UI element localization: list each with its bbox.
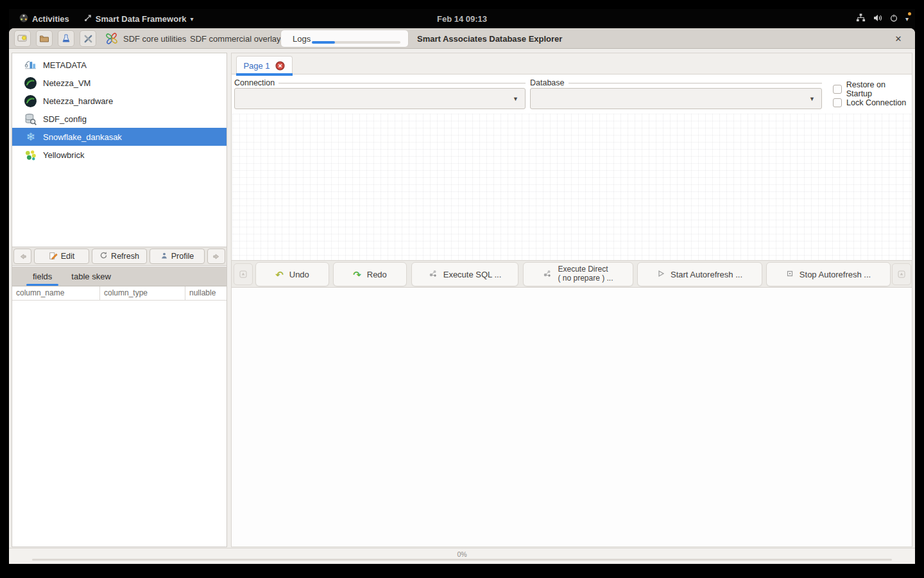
- query-grid-canvas[interactable]: [232, 114, 912, 260]
- window-toolbar: SDF core utilities SDF commercial overla…: [9, 28, 915, 49]
- lock-connection-label: Lock Connection: [846, 98, 906, 107]
- logs-progressbar: [312, 41, 400, 44]
- profile-button[interactable]: Profile: [150, 249, 205, 264]
- collapse-right-button[interactable]: [892, 263, 911, 285]
- notification-dot: [908, 12, 911, 15]
- edit-label: Edit: [61, 252, 75, 261]
- fields-table-header: column_name column_type nullable: [12, 286, 227, 301]
- list-item-sdf-config[interactable]: SDF_config: [12, 110, 227, 128]
- stop-autorefresh-button[interactable]: Stop Autorefresh ...: [766, 262, 891, 286]
- edit-button[interactable]: Edit: [34, 249, 89, 264]
- metadata-icon: [24, 58, 37, 72]
- column-header-name[interactable]: column_name: [12, 286, 100, 300]
- tab-close-icon[interactable]: [275, 60, 286, 71]
- refresh-icon: [99, 251, 108, 261]
- list-item-netezza-vm[interactable]: Netezza_VM: [12, 74, 227, 92]
- chevron-down-icon: ▼: [809, 96, 815, 102]
- window-title: Smart Associates Database Explorer: [417, 28, 562, 49]
- logs-progress-fill: [312, 41, 335, 44]
- query-panel: Page 1 Connection ▼ Database ▼: [231, 53, 912, 547]
- progress-percent-label: 0%: [457, 550, 466, 558]
- sidebar-tabs: fields table skew: [12, 267, 227, 286]
- lock-connection-checkbox[interactable]: Lock Connection: [833, 98, 906, 107]
- menu-sdf-commercial-overlay[interactable]: SDF commercial overlay: [190, 28, 281, 49]
- start-autorefresh-button[interactable]: Start Autorefresh ...: [637, 262, 762, 286]
- restore-on-startup-checkbox[interactable]: Restore on Startup: [833, 80, 912, 98]
- gnome-top-bar: Activities Smart Data Framework ▾ Feb 14…: [9, 9, 915, 28]
- action-button-strip: ↶ Undo ↷ Redo Execute SQL ... Execute Di…: [232, 260, 912, 288]
- page-tab-label: Page 1: [243, 61, 270, 71]
- connection-group: Connection ▼: [234, 78, 526, 110]
- execute-direct-button[interactable]: Execute Direct ( no prepare ) ...: [523, 262, 633, 286]
- connection-select[interactable]: ▼: [234, 88, 526, 109]
- checkbox-icon: [833, 85, 842, 94]
- app-icon: [84, 14, 92, 24]
- system-menu-caret-icon[interactable]: ▾: [905, 15, 909, 22]
- menu-sdf-core-utilities[interactable]: SDF core utilities: [123, 28, 186, 49]
- results-area[interactable]: [232, 288, 912, 547]
- power-icon[interactable]: [890, 14, 898, 24]
- database-search-icon: [24, 112, 37, 126]
- list-item-label: METADATA: [43, 60, 87, 70]
- play-icon: [657, 270, 665, 279]
- logs-button[interactable]: Logs: [280, 30, 409, 48]
- stop-autorefresh-label: Stop Autorefresh ...: [800, 270, 871, 279]
- flask-icon[interactable]: [58, 30, 74, 47]
- column-header-nullable[interactable]: nullable: [185, 286, 227, 300]
- activities-button[interactable]: Activities: [14, 9, 74, 28]
- person-icon: [160, 252, 168, 261]
- column-header-type[interactable]: column_type: [100, 286, 185, 300]
- prev-arrow-button[interactable]: [13, 249, 31, 264]
- list-item-snowflake-dankasak[interactable]: ❄ Snowflake_dankasak: [12, 128, 227, 146]
- close-icon[interactable]: ✕: [891, 28, 906, 49]
- volume-icon[interactable]: [873, 14, 882, 24]
- tab-fields[interactable]: fields: [25, 268, 60, 286]
- sdf-explorer-window: SDF core utilities SDF commercial overla…: [9, 28, 915, 564]
- netezza-icon: [24, 94, 37, 108]
- tools-icon[interactable]: [80, 30, 96, 47]
- collapse-left-button[interactable]: [234, 263, 253, 285]
- connections-list: METADATA Netezza_VM Netezza_hardware SDF…: [12, 53, 227, 164]
- execute-direct-label-line1: Execute Direct: [558, 265, 608, 274]
- stop-icon: [786, 270, 794, 279]
- undo-icon: ↶: [275, 270, 284, 279]
- logs-label: Logs: [293, 34, 311, 44]
- database-group: Database ▼: [530, 78, 822, 110]
- execute-direct-label-line2: ( no prepare ) ...: [558, 274, 613, 283]
- connection-label: Connection: [234, 78, 526, 87]
- redo-button[interactable]: ↷ Redo: [333, 262, 407, 286]
- tab-table-skew[interactable]: table skew: [64, 268, 118, 286]
- screenshot-icon[interactable]: [14, 30, 31, 47]
- folder-icon[interactable]: [36, 30, 53, 47]
- netezza-icon: [24, 76, 37, 90]
- redo-label: Redo: [367, 270, 387, 279]
- database-select[interactable]: ▼: [530, 88, 822, 109]
- profile-label: Profile: [171, 252, 194, 261]
- undo-button[interactable]: ↶ Undo: [255, 262, 329, 286]
- list-item-label: SDF_config: [43, 114, 87, 124]
- list-item-label: Snowflake_dankasak: [43, 132, 122, 142]
- connections-panel: METADATA Netezza_VM Netezza_hardware SDF…: [12, 53, 227, 547]
- network-icon[interactable]: [856, 13, 866, 24]
- list-item-netezza-hardware[interactable]: Netezza_hardware: [12, 92, 227, 110]
- tab-page-1[interactable]: Page 1: [236, 56, 293, 74]
- edit-pencil-icon: [49, 251, 58, 262]
- next-arrow-button[interactable]: [207, 249, 225, 264]
- list-item-label: Netezza_VM: [43, 78, 90, 88]
- checkbox-icon: [833, 98, 842, 107]
- refresh-button[interactable]: Refresh: [92, 249, 147, 264]
- start-autorefresh-label: Start Autorefresh ...: [671, 270, 742, 279]
- app-menu-button[interactable]: Smart Data Framework ▾: [79, 9, 199, 28]
- status-bar: 0%: [9, 548, 915, 564]
- list-item-yellowbrick[interactable]: Yellowbrick: [12, 146, 227, 164]
- execute-sql-button[interactable]: Execute SQL ...: [411, 262, 518, 286]
- chevron-down-icon: ▼: [513, 96, 518, 102]
- database-label: Database: [530, 78, 822, 87]
- status-progressbar: [32, 559, 892, 561]
- list-item-metadata[interactable]: METADATA: [12, 56, 227, 74]
- chevron-down-icon: ▾: [190, 15, 193, 22]
- execute-icon: [543, 269, 552, 280]
- clock[interactable]: Feb 14 09:13: [437, 9, 487, 28]
- app-menu-label: Smart Data Framework: [96, 14, 187, 24]
- sdf-logo-icon: [104, 31, 119, 49]
